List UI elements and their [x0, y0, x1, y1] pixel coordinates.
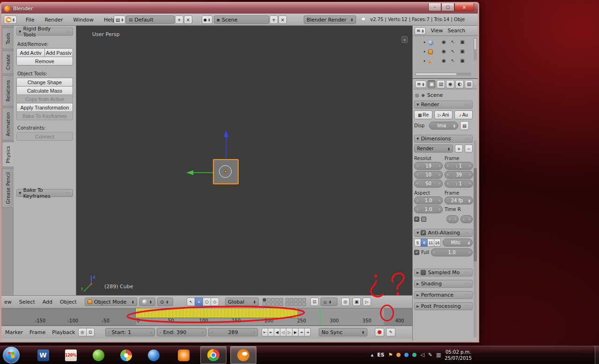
- tab-world[interactable]: ◐: [455, 80, 464, 88]
- proportional-edit-icon[interactable]: ◎: [341, 298, 350, 306]
- bake-to-keyframes-button[interactable]: Bake To Keyframes: [16, 111, 73, 120]
- play-reverse-button[interactable]: ◁: [280, 328, 286, 336]
- renderable-icon[interactable]: ▣: [460, 40, 464, 44]
- preset-remove-button[interactable]: −: [465, 145, 473, 153]
- rigid-body-tools-panel-header[interactable]: ▼ Rigid Body Tools ∷∷: [16, 28, 73, 36]
- menu-marker[interactable]: Marker: [5, 329, 23, 335]
- pin-icon[interactable]: ◎: [415, 93, 419, 98]
- tray-flag-icon[interactable]: ⚑: [388, 352, 393, 357]
- render-presets-dropdown[interactable]: Render ▲▼: [414, 145, 453, 153]
- menu-object[interactable]: Object: [60, 299, 77, 305]
- render-audio-button[interactable]: ♪ Au: [454, 110, 473, 119]
- tray-blue-dot-icon[interactable]: [404, 353, 409, 357]
- jump-to-start-button[interactable]: ⇤: [262, 328, 268, 336]
- selectable-icon[interactable]: ↖: [451, 58, 455, 63]
- time-remap-old-field[interactable]: ‹ ›: [446, 215, 459, 223]
- expander-icon[interactable]: •: [423, 50, 426, 54]
- aspect-y-field[interactable]: ‹ 1.0 ›: [414, 205, 443, 213]
- titlebar[interactable]: Blender – □ ×: [1, 3, 478, 14]
- record-button[interactable]: [375, 328, 384, 336]
- volume-icon[interactable]: ◁: [420, 352, 424, 357]
- render-engine-selector[interactable]: Blender Render ▲▼: [304, 15, 356, 24]
- aa-samples-11-button[interactable]: 11: [427, 239, 434, 247]
- taskbar-word-icon[interactable]: W: [30, 346, 56, 364]
- tab-relations[interactable]: Relations: [2, 75, 14, 106]
- next-frame-button[interactable]: ▶: [292, 328, 299, 336]
- outliner-menu-view[interactable]: View: [431, 28, 443, 34]
- layout-add-button[interactable]: +: [175, 15, 183, 24]
- aa-samples-5-button[interactable]: 5: [414, 239, 421, 247]
- eye-icon[interactable]: ◉: [442, 58, 446, 63]
- maximize-button[interactable]: □: [441, 3, 454, 11]
- autokey-lock-icon[interactable]: ⊡: [86, 328, 95, 336]
- connect-button[interactable]: Connect: [16, 132, 73, 141]
- tab-render-layers[interactable]: ▤: [437, 80, 445, 88]
- orientation-dropdown[interactable]: Global ▲▼: [225, 298, 259, 306]
- editor-type-button[interactable]: ▲▼: [4, 15, 17, 24]
- end-frame-field[interactable]: ‹ End: 390 ›: [157, 328, 206, 336]
- autokey-sphere-icon[interactable]: ◎: [78, 328, 87, 336]
- post-processing-panel-header[interactable]: ▶ Post Processing ∷∷: [414, 302, 473, 310]
- lock-icon[interactable]: ⊡: [310, 298, 319, 306]
- tab-animation[interactable]: Animation: [2, 108, 14, 140]
- outliner-row-lamp[interactable]: • ▲ ◉ ↖ ▣: [413, 57, 478, 66]
- language-indicator[interactable]: ES: [377, 352, 384, 358]
- clock[interactable]: 05:02 p.m. 25/07/2015: [445, 349, 472, 361]
- time-remap-new-field[interactable]: ‹ ›: [460, 215, 473, 223]
- layers-grid-2[interactable]: [285, 298, 306, 306]
- start-button[interactable]: [3, 347, 20, 364]
- taskbar-green-app-icon[interactable]: [85, 346, 111, 364]
- taskbar-chrome-icon[interactable]: [200, 346, 226, 364]
- menu-playback[interactable]: Playback: [52, 329, 75, 335]
- outliner-editor-type-button[interactable]: ≡ ▲▼: [415, 27, 426, 35]
- taskbar-zoom-app-icon[interactable]: 120%: [58, 346, 84, 364]
- resolution-percent-field[interactable]: ‹ 50 ›: [414, 180, 443, 188]
- close-button[interactable]: ×: [454, 3, 474, 11]
- 3d-viewport[interactable]: User Persp + z y (289: [76, 26, 412, 295]
- manipulator-pointer-button[interactable]: ↖: [187, 298, 195, 306]
- sampled-motion-blur-panel-header[interactable]: ▶ ✓ Sampled Mo ∷∷: [414, 269, 473, 277]
- taskbar-pinwheel-app-icon[interactable]: [113, 346, 139, 364]
- gizmo-green-arrowhead[interactable]: [186, 170, 193, 175]
- renderable-icon[interactable]: ▣: [460, 49, 464, 54]
- start-frame-field[interactable]: ‹ Start: 1 ›: [105, 328, 155, 336]
- selectable-icon[interactable]: ↖: [451, 40, 455, 44]
- outliner-row-scene[interactable]: • ◉ ↖ ▣: [413, 38, 478, 47]
- keyframes-band[interactable]: [136, 308, 298, 318]
- menu-file[interactable]: File: [26, 17, 34, 23]
- menu-frame[interactable]: Frame: [29, 329, 45, 335]
- aa-samples-16-button[interactable]: 16: [434, 239, 441, 247]
- jump-to-end-button[interactable]: ⇥: [304, 328, 311, 336]
- tab-object[interactable]: ▧: [465, 80, 473, 88]
- expander-icon[interactable]: •: [423, 40, 426, 45]
- menu-add[interactable]: Add: [43, 299, 52, 305]
- menu-select[interactable]: Select: [19, 299, 35, 305]
- expander-icon[interactable]: •: [423, 59, 426, 64]
- dimensions-panel-header[interactable]: ▼ Dimensions ∷∷: [414, 135, 473, 143]
- copy-from-active-button[interactable]: Copy from Active: [16, 95, 73, 103]
- anti-aliasing-panel-header[interactable]: ▼ ✓ Anti-Aliasing ∷∷: [414, 229, 473, 237]
- apply-transformation-button[interactable]: Apply Transformation: [16, 103, 73, 112]
- scene-add-button[interactable]: +: [270, 15, 278, 24]
- pivot-dropdown[interactable]: ⊙ ▲▼: [157, 298, 173, 306]
- menu-window[interactable]: Window: [73, 17, 94, 23]
- crop-checkbox[interactable]: [421, 217, 426, 222]
- tab-physics[interactable]: Physics: [2, 142, 14, 167]
- properties-scrollbar[interactable]: [474, 140, 477, 337]
- manipulator-scale-button[interactable]: ◇: [211, 298, 219, 306]
- tab-grease-pencil[interactable]: Grease Pencil: [2, 168, 14, 208]
- layers-grid-1[interactable]: [263, 298, 283, 306]
- calculate-mass-button[interactable]: Calculate Mass: [16, 86, 73, 95]
- snap-dropdown[interactable]: ∪ ▲▼: [321, 298, 337, 306]
- bake-to-keyframes-panel-header[interactable]: ▼ Bake To Keyframes ∷∷: [16, 189, 73, 197]
- eye-icon[interactable]: ◉: [442, 40, 446, 44]
- opengl-render-image-button[interactable]: ▣: [352, 298, 361, 306]
- remove-button[interactable]: Remove: [16, 57, 73, 66]
- play-button[interactable]: ▷: [286, 328, 292, 336]
- border-checkbox[interactable]: ✓: [414, 217, 419, 222]
- properties-editor-type-button[interactable]: ≡ ▲▼: [415, 80, 426, 88]
- taskbar-blender-icon[interactable]: [230, 346, 256, 364]
- render-panel-header[interactable]: ▼ Render ∷∷: [414, 101, 473, 109]
- mode-dropdown[interactable]: Object Mode ▲▼: [85, 298, 137, 306]
- taskbar-globe-app-icon[interactable]: [140, 346, 167, 364]
